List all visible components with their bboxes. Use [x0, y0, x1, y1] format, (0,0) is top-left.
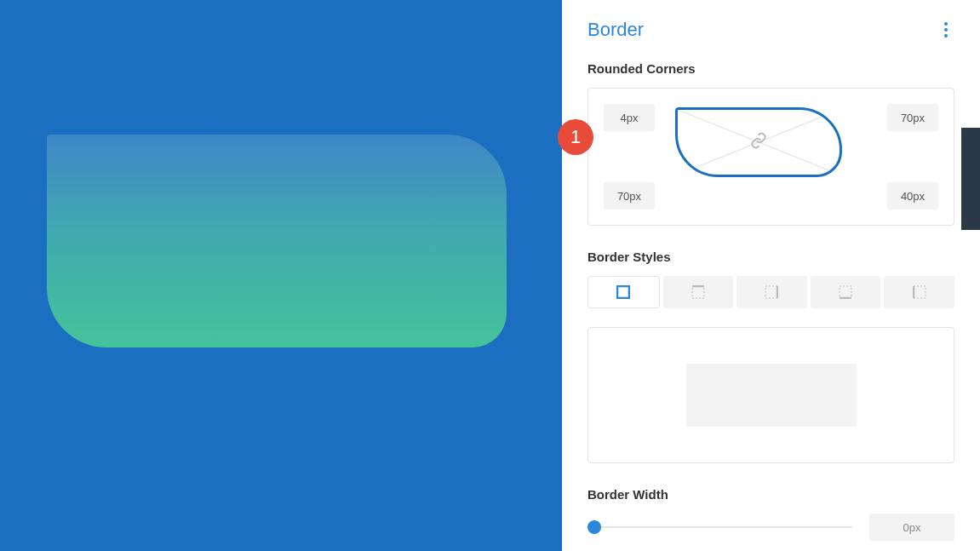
rounded-corners-label: Rounded Corners: [587, 61, 954, 76]
border-style-right[interactable]: [736, 276, 807, 308]
right-side-tab[interactable]: [961, 128, 980, 230]
svg-rect-5: [765, 286, 777, 298]
border-style-preview-inner: [686, 364, 857, 427]
border-width-label: Border Width: [587, 487, 954, 502]
border-width-input[interactable]: [869, 514, 954, 541]
rounded-corners-control: [587, 88, 954, 226]
svg-rect-3: [692, 286, 704, 298]
border-settings-panel: Border Rounded Corners Border Styles: [562, 0, 980, 551]
link-corners-icon[interactable]: [750, 132, 767, 152]
panel-title: Border: [587, 19, 644, 41]
corner-top-right-input[interactable]: [887, 104, 938, 131]
border-style-all[interactable]: [587, 276, 660, 308]
border-width-slider[interactable]: [587, 519, 852, 536]
design-canvas[interactable]: [0, 0, 562, 551]
svg-rect-2: [617, 286, 629, 298]
corner-preview-shape[interactable]: [675, 107, 842, 177]
svg-rect-7: [840, 286, 851, 298]
border-styles-row: [587, 276, 954, 308]
border-style-preview: [587, 327, 954, 463]
corner-bottom-right-input[interactable]: [887, 182, 938, 209]
border-styles-label: Border Styles: [587, 250, 954, 264]
svg-rect-9: [914, 286, 926, 298]
slider-thumb[interactable]: [587, 520, 601, 534]
border-style-top[interactable]: [663, 276, 734, 308]
corner-top-left-input[interactable]: [604, 104, 655, 131]
border-style-bottom[interactable]: [811, 276, 881, 308]
panel-menu-icon[interactable]: [937, 21, 954, 38]
right-gutter: [961, 0, 980, 551]
corner-bottom-left-input[interactable]: [604, 182, 655, 209]
border-style-left[interactable]: [884, 276, 954, 308]
annotation-badge-1: 1: [558, 119, 593, 155]
preview-shape: [47, 135, 507, 347]
